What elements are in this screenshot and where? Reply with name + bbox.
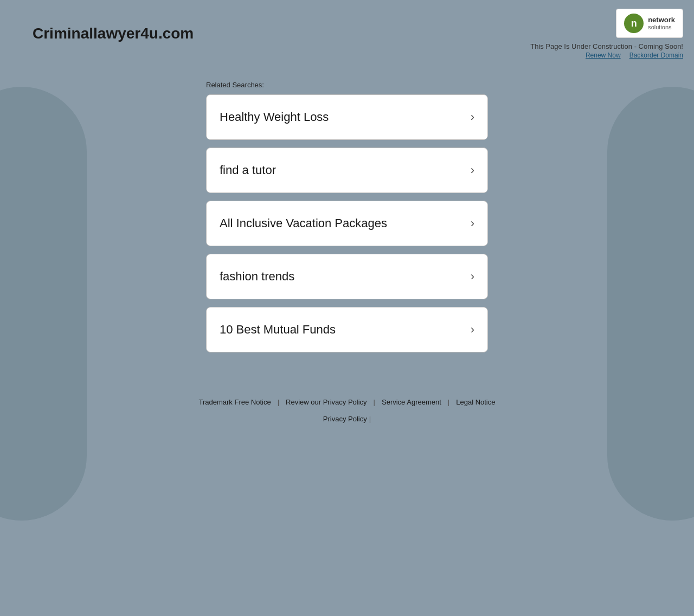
ns-logo-line2: solutions bbox=[648, 24, 675, 31]
footer: Trademark Free Notice|Review our Privacy… bbox=[0, 376, 694, 434]
footer-link-1[interactable]: Review our Privacy Policy bbox=[279, 398, 374, 406]
privacy-separator: | bbox=[369, 415, 371, 423]
footer-link-0[interactable]: Trademark Free Notice bbox=[192, 398, 277, 406]
footer-links: Trademark Free Notice|Review our Privacy… bbox=[192, 398, 502, 406]
chevron-right-icon-4: › bbox=[471, 323, 474, 337]
network-solutions-logo: n network solutions bbox=[616, 9, 683, 38]
chevron-right-icon-1: › bbox=[471, 163, 474, 177]
privacy-policy-link[interactable]: Privacy Policy bbox=[323, 415, 367, 423]
backorder-domain-link[interactable]: Backorder Domain bbox=[629, 52, 683, 59]
header: Criminallawyer4u.com n network solutions… bbox=[0, 0, 694, 65]
ns-logo-line1: network bbox=[648, 16, 675, 24]
footer-privacy: Privacy Policy | bbox=[323, 415, 371, 423]
renew-now-link[interactable]: Renew Now bbox=[586, 52, 621, 59]
header-right: n network solutions This Page Is Under C… bbox=[530, 9, 683, 59]
search-item-text-1: find a tutor bbox=[220, 163, 276, 177]
search-item-text-2: All Inclusive Vacation Packages bbox=[220, 216, 387, 230]
search-items-container: Healthy Weight Loss›find a tutor›All Inc… bbox=[206, 94, 488, 360]
footer-link-3[interactable]: Legal Notice bbox=[449, 398, 502, 406]
search-item-2[interactable]: All Inclusive Vacation Packages› bbox=[206, 201, 488, 246]
ns-logo-icon: n bbox=[624, 14, 644, 33]
footer-link-2[interactable]: Service Agreement bbox=[375, 398, 448, 406]
chevron-right-icon-2: › bbox=[471, 216, 474, 230]
search-item-text-0: Healthy Weight Loss bbox=[220, 110, 329, 124]
search-item-4[interactable]: 10 Best Mutual Funds› bbox=[206, 307, 488, 352]
related-searches-label: Related Searches: bbox=[206, 81, 488, 89]
search-item-3[interactable]: fashion trends› bbox=[206, 254, 488, 299]
header-status: This Page Is Under Construction - Coming… bbox=[530, 42, 683, 50]
search-item-text-3: fashion trends bbox=[220, 270, 294, 284]
header-links: Renew Now Backorder Domain bbox=[586, 52, 683, 59]
chevron-right-icon-0: › bbox=[471, 110, 474, 124]
main-content: Related Searches: Healthy Weight Loss›fi… bbox=[0, 65, 694, 376]
site-title[interactable]: Criminallawyer4u.com bbox=[33, 25, 194, 42]
search-item-0[interactable]: Healthy Weight Loss› bbox=[206, 94, 488, 140]
chevron-right-icon-3: › bbox=[471, 270, 474, 284]
ns-logo-text: network solutions bbox=[648, 16, 675, 31]
search-item-text-4: 10 Best Mutual Funds bbox=[220, 323, 336, 337]
search-item-1[interactable]: find a tutor› bbox=[206, 147, 488, 193]
